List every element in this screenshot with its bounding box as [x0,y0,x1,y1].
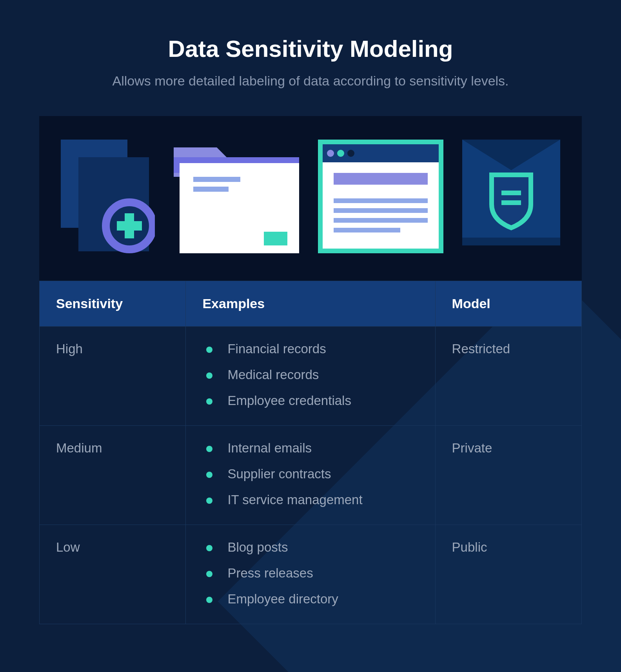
sensitivity-table: Sensitivity Examples Model High Financia… [39,281,582,624]
list-item: Employee directory [202,592,418,607]
list-item: Blog posts [202,540,418,555]
svg-rect-20 [334,228,400,232]
cell-model: Restricted [435,327,581,426]
table-row: Low Blog posts Press releases Employee d… [40,525,582,624]
table-header-row: Sensitivity Examples Model [40,281,582,327]
svg-point-13 [337,150,344,157]
svg-rect-8 [193,187,229,192]
svg-rect-9 [264,232,287,245]
col-header-sensitivity: Sensitivity [40,281,186,327]
cell-sensitivity: Low [40,525,186,624]
svg-rect-4 [117,221,142,231]
list-item: Supplier contracts [202,467,418,481]
list-item: Financial records [202,341,418,356]
cell-model: Public [435,525,581,624]
cell-examples: Blog posts Press releases Employee direc… [186,525,435,624]
cell-model: Private [435,426,581,525]
table-row: Medium Internal emails Supplier contract… [40,426,582,525]
svg-rect-7 [193,177,240,182]
svg-rect-17 [334,198,428,203]
browser-icon [318,140,443,253]
svg-rect-22 [462,238,560,245]
svg-rect-23 [501,191,521,195]
main-content: Data Sensitivity Modeling Allows more de… [0,0,621,659]
svg-point-14 [347,150,354,157]
page-subtitle: Allows more detailed labeling of data ac… [39,73,582,89]
col-header-examples: Examples [186,281,435,327]
col-header-model: Model [435,281,581,327]
svg-rect-19 [334,218,428,223]
svg-rect-18 [334,208,428,213]
doc-plus-icon [61,140,155,253]
table-row: High Financial records Medical records E… [40,327,582,426]
cell-examples: Financial records Medical records Employ… [186,327,435,426]
list-item: Press releases [202,566,418,581]
list-item: IT service management [202,492,418,507]
page-title: Data Sensitivity Modeling [39,35,582,62]
svg-rect-24 [501,200,521,205]
cell-examples: Internal emails Supplier contracts IT se… [186,426,435,525]
folder-icon [174,140,299,253]
shield-envelope-icon [462,140,560,253]
cell-sensitivity: Medium [40,426,186,525]
list-item: Internal emails [202,441,418,456]
cell-sensitivity: High [40,327,186,426]
svg-point-12 [327,150,334,157]
svg-rect-16 [334,173,428,185]
list-item: Medical records [202,367,418,382]
list-item: Employee credentials [202,393,418,408]
illustration-row [39,116,582,281]
